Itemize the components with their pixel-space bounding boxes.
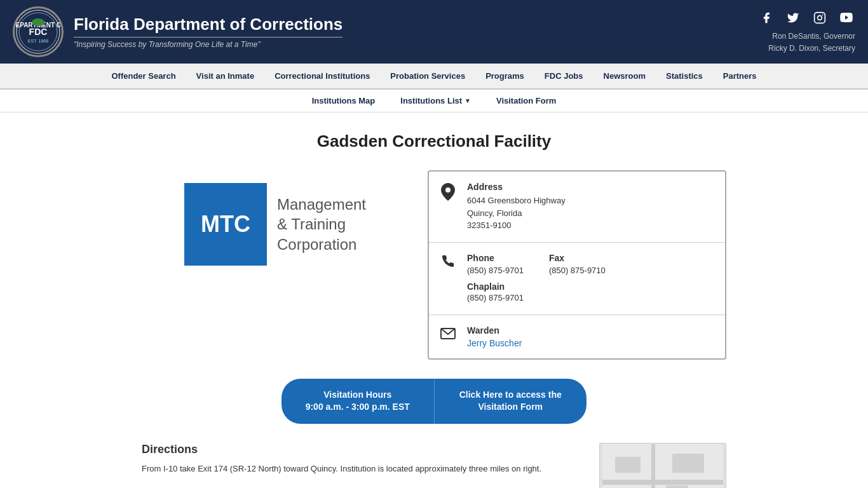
location-icon: [439, 183, 457, 205]
fax-value: (850) 875-9710: [549, 264, 606, 277]
svg-rect-15: [615, 457, 641, 473]
email-icon: [439, 327, 457, 343]
youtube-icon[interactable]: [837, 9, 855, 27]
svg-rect-17: [666, 485, 688, 488]
address-content: Address 6044 Greensboro Highway Quincy, …: [467, 182, 566, 232]
primary-nav: Offender Search Visit an Inmate Correcti…: [0, 64, 868, 90]
hours-label: Visitation Hours: [294, 389, 421, 402]
mtc-logo: MTC Management & Training Corporation: [184, 183, 366, 266]
svg-text:FDC: FDC: [29, 27, 48, 37]
governor-name: Ron DeSantis, Governor: [768, 30, 855, 43]
nav-newsroom[interactable]: Newsroom: [593, 64, 656, 88]
warden-name-link[interactable]: Jerry Buscher: [467, 338, 522, 348]
header: DEPARTMENT OF FDC EST. 1868 Florida Depa…: [0, 0, 868, 64]
chaplain-phone: (850) 875-9701: [467, 292, 606, 304]
visitation-banner: Visitation Hours 9:00 a.m. - 3:00 p.m. E…: [281, 379, 587, 424]
dropdown-arrow: ▼: [465, 97, 471, 104]
facebook-icon[interactable]: [757, 9, 775, 27]
header-right: Ron DeSantis, Governor Ricky D. Dixon, S…: [757, 9, 855, 55]
svg-rect-16: [672, 454, 704, 473]
hours-value: 9:00 a.m. - 3:00 p.m. EST: [294, 401, 421, 414]
mtc-line1: Management: [277, 194, 366, 214]
directions-heading: Directions: [142, 443, 580, 456]
warden-content: Warden Jerry Buscher: [467, 325, 522, 348]
directions-body: From I-10 take Exit 174 (SR-12 North) to…: [142, 463, 580, 476]
address-line2: Quincy, Florida: [467, 207, 566, 220]
visitation-form-link[interactable]: Click Here to access the Visitation Form: [435, 379, 587, 424]
mtc-text: Management & Training Corporation: [277, 194, 366, 254]
phone-section: Phone (850) 875-9701 Fax (850) 875-9710 …: [429, 243, 725, 315]
secondary-nav: Institutions Map Institutions List ▼ Vis…: [0, 90, 868, 112]
nav-visit-inmate[interactable]: Visit an Inmate: [186, 64, 265, 88]
nav-partners[interactable]: Partners: [713, 64, 767, 88]
secretary-name: Ricky D. Dixon, Secretary: [768, 43, 855, 55]
map-preview[interactable]: [599, 443, 726, 488]
warden-label: Warden: [467, 325, 522, 336]
header-title: Florida Department of Corrections "Inspi…: [74, 15, 342, 49]
svg-point-8: [822, 14, 824, 15]
subnav-institutions-list[interactable]: Institutions List ▼: [388, 90, 484, 112]
mtc-line2: & Training: [277, 214, 366, 234]
address-line1: 6044 Greensboro Highway: [467, 194, 566, 207]
svg-point-7: [818, 15, 822, 20]
info-layout: MTC Management & Training Corporation: [142, 170, 726, 360]
phone-value: (850) 875-9701: [467, 264, 524, 277]
svg-point-10: [445, 187, 451, 193]
social-icons: [757, 9, 855, 27]
visitation-hours: Visitation Hours 9:00 a.m. - 3:00 p.m. E…: [281, 379, 435, 424]
form-label2: Visitation Form: [447, 401, 574, 414]
info-card: Address 6044 Greensboro Highway Quincy, …: [428, 170, 726, 360]
fax-label: Fax: [549, 253, 606, 263]
phone-col: Phone (850) 875-9701: [467, 253, 524, 277]
phone-icon: [439, 254, 457, 272]
phone-fax-row: Phone (850) 875-9701 Fax (850) 875-9710: [467, 253, 606, 277]
facility-title: Gadsden Correctional Facility: [142, 132, 726, 151]
form-label: Click Here to access the: [447, 389, 574, 402]
site-subtitle: "Inspiring Success by Transforming One L…: [74, 37, 342, 49]
nav-programs[interactable]: Programs: [475, 64, 534, 88]
svg-text:EST. 1868: EST. 1868: [28, 39, 48, 43]
phone-content: Phone (850) 875-9701 Fax (850) 875-9710 …: [467, 253, 606, 304]
mtc-line3: Corporation: [277, 234, 366, 254]
warden-section: Warden Jerry Buscher: [429, 315, 725, 358]
svg-point-5: [32, 18, 44, 26]
fax-col: Fax (850) 875-9710: [549, 253, 606, 277]
svg-rect-6: [815, 12, 825, 23]
address-label: Address: [467, 182, 566, 192]
main-content: Gadsden Correctional Facility MTC Manage…: [129, 112, 739, 488]
directions-section: Directions From I-10 take Exit 174 (SR-1…: [142, 443, 726, 488]
nav-offender-search[interactable]: Offender Search: [101, 64, 186, 88]
address-line3: 32351-9100: [467, 219, 566, 232]
instagram-icon[interactable]: [811, 9, 829, 27]
gov-info: Ron DeSantis, Governor Ricky D. Dixon, S…: [768, 30, 855, 55]
header-left: DEPARTMENT OF FDC EST. 1868 Florida Depa…: [13, 6, 342, 57]
directions-text: Directions From I-10 take Exit 174 (SR-1…: [142, 443, 580, 476]
nav-fdc-jobs[interactable]: FDC Jobs: [534, 64, 593, 88]
phone-label: Phone: [467, 253, 524, 263]
address-section: Address 6044 Greensboro Highway Quincy, …: [429, 172, 725, 243]
subnav-institutions-map[interactable]: Institutions Map: [299, 90, 388, 112]
twitter-icon[interactable]: [784, 9, 802, 27]
nav-statistics[interactable]: Statistics: [656, 64, 713, 88]
subnav-visitation-form[interactable]: Visitation Form: [484, 90, 569, 112]
nav-correctional-institutions[interactable]: Correctional Institutions: [264, 64, 380, 88]
facility-logo-area: MTC Management & Training Corporation: [142, 170, 409, 278]
nav-probation-services[interactable]: Probation Services: [380, 64, 475, 88]
site-title: Florida Department of Corrections: [74, 15, 342, 34]
fdc-logo: DEPARTMENT OF FDC EST. 1868: [13, 6, 64, 57]
chaplain-label: Chaplain: [467, 281, 505, 292]
chaplain-row: Chaplain (850) 875-9701: [467, 281, 606, 304]
mtc-box: MTC: [184, 183, 267, 266]
